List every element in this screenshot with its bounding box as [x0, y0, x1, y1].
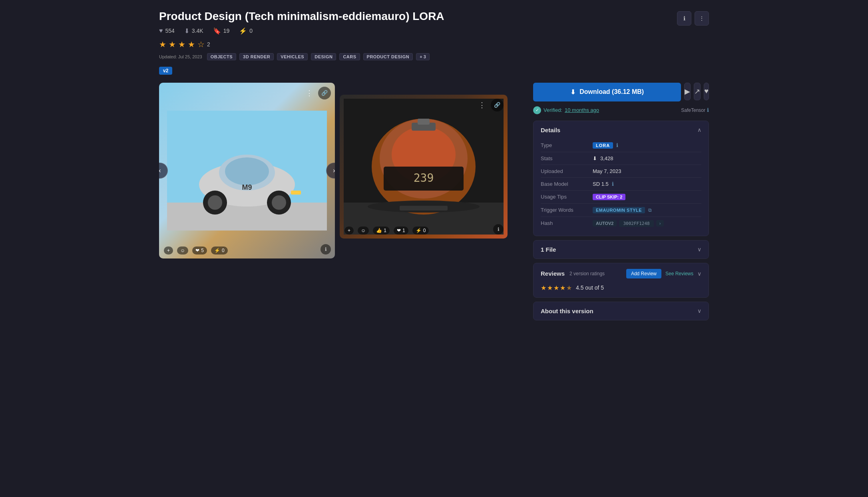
verified-text: Verified:: [543, 107, 562, 113]
clip-skip-badge: CLIP SKIP: 2: [593, 194, 625, 200]
image1-heart-reaction[interactable]: ❤ 5: [192, 247, 207, 254]
image-card-2: 239 ⋮ 🔗 + ☺: [340, 95, 508, 239]
details-title: Details: [541, 127, 560, 133]
image2-heart-reaction[interactable]: ❤ 1: [394, 227, 408, 235]
more-options-button[interactable]: ⋮: [695, 11, 709, 26]
review-stars: ★ ★ ★ ★ ★: [541, 284, 572, 292]
base-model-info-icon[interactable]: ℹ: [612, 181, 614, 187]
svg-rect-9: [291, 191, 301, 195]
image2-thumbs-up-reaction[interactable]: 👍 1: [373, 227, 390, 235]
svg-text:239: 239: [414, 171, 434, 185]
image2-add-reaction[interactable]: +: [344, 227, 354, 235]
reviews-title: Reviews: [541, 270, 565, 277]
svg-rect-17: [418, 119, 430, 125]
reviews-chevron-down-icon: ∨: [697, 270, 701, 277]
info-button[interactable]: ℹ: [677, 11, 691, 26]
safetensor-info-icon[interactable]: ℹ: [707, 107, 709, 113]
svg-rect-1: [167, 203, 327, 231]
image1-add-reaction[interactable]: +: [164, 247, 173, 254]
detail-stats-label: Stats: [541, 155, 593, 161]
details-chevron-up-icon: ∧: [697, 127, 701, 133]
tag-extra[interactable]: + 3: [416, 53, 430, 60]
star-4: ★: [188, 40, 195, 49]
add-review-button[interactable]: Add Review: [626, 269, 661, 278]
tag-cars[interactable]: CARS: [339, 53, 360, 60]
svg-rect-21: [400, 206, 448, 211]
detail-hash-label: Hash: [541, 220, 593, 226]
tag-vehicles[interactable]: VEHICLES: [277, 53, 308, 60]
detail-type-row: Type LORA ℹ: [541, 139, 701, 152]
reviews-header[interactable]: Reviews 2 version ratings Add Review See…: [534, 263, 709, 284]
image2-reactions: + ☺ 👍 1 ❤ 1 ⚡ 0: [344, 227, 429, 235]
svg-text:M9: M9: [242, 183, 252, 191]
tag-design[interactable]: DESIGN: [311, 53, 336, 60]
image2-link-button[interactable]: 🔗: [491, 99, 504, 111]
verified-badge: ✓ Verified: 10 months ago: [533, 106, 599, 114]
detail-base-model-value: SD 1.5 ℹ: [593, 181, 614, 187]
star-2: ★: [169, 40, 176, 49]
verified-time-link[interactable]: 10 months ago: [565, 107, 599, 113]
about-chevron-down-icon: ∨: [697, 308, 701, 314]
reviews-section: Reviews 2 version ratings Add Review See…: [533, 263, 709, 298]
review-star-2: ★: [547, 284, 553, 292]
type-info-icon[interactable]: ℹ: [616, 142, 618, 148]
files-section: 1 File ∨: [533, 240, 709, 259]
about-title: About this version: [541, 308, 593, 314]
details-section: Details ∧ Type LORA ℹ Stats: [533, 121, 709, 236]
hash-arrow-button[interactable]: ›: [656, 220, 664, 227]
version-badge[interactable]: v2: [159, 67, 172, 75]
image1-more-button[interactable]: ⋮: [303, 87, 316, 99]
star-3: ★: [178, 40, 185, 49]
image2-more-button[interactable]: ⋮: [476, 99, 488, 111]
detail-usage-tips-row: Usage Tips CLIP SKIP: 2: [541, 191, 701, 204]
tag-product-design[interactable]: PRODUCT DESIGN: [363, 53, 413, 60]
image2-smiley[interactable]: ☺: [358, 227, 369, 235]
images-area: M9 ⋮ 🔗 ‹ › + ☺: [159, 83, 524, 324]
details-header[interactable]: Details ∧: [534, 121, 709, 139]
hash-container: AUTOV2 3002FF1248 ›: [593, 220, 664, 227]
review-star-5-half: ★: [566, 284, 572, 292]
bolt-icon: ⚡: [239, 27, 247, 35]
files-title: 1 File: [541, 246, 556, 253]
share-button[interactable]: ↗: [694, 83, 701, 100]
downloads-stat: ⬇ 3.4K: [184, 27, 203, 35]
image2-bolt-reaction[interactable]: ⚡ 0: [412, 227, 429, 235]
image1-smiley[interactable]: ☺: [177, 247, 188, 254]
about-section: About this version ∨: [533, 302, 709, 320]
detail-usage-tips-label: Usage Tips: [541, 194, 593, 200]
image2-overlay-top: ⋮ 🔗: [476, 99, 504, 111]
right-panel: ⬇ Download (36.12 MB) ▶ ↗ ♥ ✓ Verified: …: [533, 83, 709, 324]
see-reviews-link[interactable]: See Reviews: [665, 271, 693, 276]
download-button[interactable]: ⬇ Download (36.12 MB): [533, 83, 681, 101]
tags-row: Updated: Jul 25, 2023 OBJECTS 3D RENDER …: [159, 53, 709, 60]
files-header[interactable]: 1 File ∨: [534, 241, 709, 258]
star-5-empty: ☆: [197, 40, 205, 49]
svg-point-4: [225, 157, 269, 185]
tag-objects[interactable]: OBJECTS: [207, 53, 236, 60]
review-rating-text: 4.5 out of 5: [576, 284, 604, 291]
lora-badge: LORA: [593, 142, 613, 149]
updated-label: Updated: Jul 25, 2023: [159, 54, 202, 59]
rating-stars-row: ★ ★ ★ ★ ☆ 2: [159, 40, 709, 49]
svg-point-8: [272, 195, 286, 210]
detail-trigger-words-value: EMAUROMIN STYLE ⧉: [593, 207, 652, 213]
save-button[interactable]: ♥: [704, 83, 709, 100]
tag-3d-render[interactable]: 3D RENDER: [239, 53, 274, 60]
image2-info[interactable]: ℹ: [493, 224, 504, 235]
likes-stat: ♥ 554: [159, 27, 175, 34]
detail-hash-value: AUTOV2 3002FF1248 ›: [593, 220, 664, 227]
about-header[interactable]: About this version ∨: [534, 302, 709, 320]
svg-point-6: [208, 195, 222, 210]
play-button[interactable]: ▶: [684, 83, 691, 100]
image-card-1: M9 ⋮ 🔗 ‹ › + ☺: [159, 83, 335, 258]
image1-info[interactable]: ℹ: [321, 244, 331, 254]
image1-link-button[interactable]: 🔗: [318, 87, 331, 99]
star-1: ★: [159, 40, 166, 49]
detail-uploaded-label: Uploaded: [541, 168, 593, 174]
bookmark-icon: 🔖: [213, 27, 221, 35]
copy-trigger-icon[interactable]: ⧉: [648, 207, 652, 213]
download-small-icon: ⬇: [593, 155, 597, 161]
reviews-right: Add Review See Reviews ∨: [626, 269, 701, 278]
image1-bolt-reaction[interactable]: ⚡ 0: [211, 247, 228, 254]
download-label: Download (36.12 MB): [579, 88, 644, 95]
